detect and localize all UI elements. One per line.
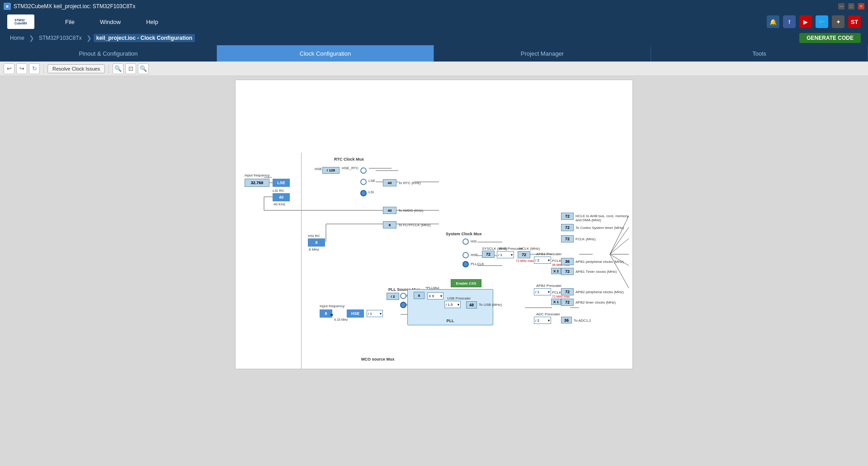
apb2-x1-box: X 1 [551,299,561,305]
usb-val-box: 48 [466,301,477,309]
cortex-out-box: 72 [561,224,574,231]
apb1-prescaler-dropdown[interactable]: / 2▾ [534,257,551,264]
pll-mul-dropdown[interactable]: X 9▾ [427,292,443,300]
st-icon[interactable]: ST [848,15,861,28]
sys-mux-label: System Clock Mux [446,232,482,236]
hclk-value-box[interactable]: 72 [518,251,530,258]
pll-input-box: 8 [414,292,425,299]
mco-source-label: MCO source Mux [361,357,395,361]
generate-code-button[interactable]: GENERATE CODE [799,33,861,43]
facebook-icon[interactable]: f [783,15,796,28]
main-content: Input frequency 32.768 LSE LSI RC 0-1000… [0,76,868,466]
rtc-mux-circle-1[interactable] [360,167,367,174]
zoom-out-button[interactable]: 🔍 [138,63,149,74]
zoom-in-button[interactable]: 🔍 [113,63,123,74]
apb2-periph-label: APB2 peripheral clocks (MHz) [576,290,624,294]
breadcrumb-device[interactable]: STM32F103C8Tx [36,34,85,42]
sys-mux-pll[interactable] [462,261,469,267]
social-icons: 🔔 f ▶ 🐦 ✦ ST [767,15,861,28]
hse-div1-dropdown[interactable]: / 1▾ [367,310,383,317]
tab-bar: Pinout & Configuration Clock Configurati… [0,45,868,62]
hse-button[interactable]: HSE [347,309,364,318]
file-menu[interactable]: File [61,17,78,27]
sysclk-value-box[interactable]: 72 [482,251,495,258]
svg-line-19 [610,238,629,254]
resolve-clock-issues-button[interactable]: Resolve Clock Issues [47,64,105,73]
mco-pllclk-circle[interactable] [387,369,394,369]
tab-pinout[interactable]: Pinout & Configuration [0,45,217,62]
input-freq2-label: Input frequency [320,304,344,308]
apb1-periph-box: 36 [561,258,574,265]
window-menu[interactable]: Window [96,17,124,27]
to-rtc-val-box: 40 [383,179,396,186]
tab-tools[interactable]: Tools [651,45,868,62]
sys-mux-hsi[interactable] [462,238,469,245]
breadcrumb-project[interactable]: keil_project.ioc - Clock Configuration [94,34,195,42]
lsi-rc-label: LSI RC [273,189,284,193]
sys-mux-hse[interactable] [462,252,469,258]
fit-button[interactable]: ⊡ [125,63,136,74]
usb-prescaler-dropdown[interactable]: / 1.5▾ [444,301,461,308]
tab-clock[interactable]: Clock Configuration [217,45,434,62]
maximize-button[interactable]: □ [848,3,854,10]
lsi-box[interactable]: 40 [273,193,290,201]
ahb-prescaler-dropdown[interactable]: / 1▾ [497,251,514,258]
hclk-max-label: 72 MHz max [516,259,533,262]
pllclk-sys-label: PLLCLK [471,262,484,266]
pll-div2-box[interactable]: / 2 [387,293,399,300]
notification-icon[interactable]: 🔔 [767,15,779,28]
help-menu[interactable]: Help [142,17,162,27]
fclk-label: FCLK (MHz) [576,237,595,241]
adc-prescaler-dropdown[interactable]: / 2▾ [534,317,551,324]
pll-src-hse[interactable] [400,302,406,308]
ahb-out-box: 72 [561,213,574,220]
apb2-timer-label: APB2 timer clocks (MHz) [576,300,616,304]
redo-button[interactable]: ↪ [16,63,27,74]
breadcrumb-home[interactable]: Home [7,34,27,42]
hclk-ahb-label: HCLK to AHB bus, core, memory and DMA (M… [576,214,630,222]
usb-prescaler-label: USB Prescaler [447,296,471,300]
lse-button[interactable]: LSE [273,179,290,187]
refresh-button[interactable]: ↻ [29,63,40,74]
apb1-timer-box: 72 [561,268,574,275]
to-rtc-label: To RTC (KHz) [398,181,421,185]
input-freq-box[interactable]: 32.768 [245,179,269,187]
tab-project[interactable]: Project Manager [434,45,651,62]
mco-div2-box[interactable]: / 2 [370,369,383,369]
breadcrumb-sep-1: ❯ [29,34,34,42]
apb2-prescaler-dropdown[interactable]: / 1▾ [534,288,551,295]
freq-range-label: 4-15 MHz [334,318,348,321]
hsi-box[interactable]: 8 [308,238,325,247]
menu-bar: STM32CubeMX File Window Help 🔔 f ▶ 🐦 ✦ S… [0,13,868,31]
rtc-mux-circle-3[interactable] [360,190,367,196]
apb1-periph-label: APB1 peripheral clocks (MHz) [576,260,624,264]
pll-src-hsi[interactable] [400,293,406,299]
title-bar: ■ STM32CubeMX keil_project.ioc: STM32F10… [0,0,868,13]
enable-css-button[interactable]: Enable CSS [451,279,481,287]
pllmul-label: *PLLMul [425,286,439,290]
lsi-khz-label: 40 KHz [274,202,285,206]
hsi-sys-label: HSI [471,239,476,243]
apb2-timer-box: 72 [561,299,574,306]
rtc-mux-circle-2[interactable] [360,179,367,185]
community-icon[interactable]: ✦ [832,15,844,28]
minimize-button[interactable]: — [838,3,844,10]
app-icon: ■ [4,3,11,10]
close-button[interactable]: ✕ [858,3,864,10]
undo-button[interactable]: ↩ [4,63,14,74]
hclk-label: HCLK (MHz) [519,247,540,251]
breadcrumb-bar: Home ❯ STM32F103C8Tx ❯ keil_project.ioc … [0,31,868,45]
apb1-prescaler-label: APB1 Prescaler [536,252,561,256]
lsi-mux-label: LSI [368,190,374,194]
flitfclk-val-box: 8 [383,221,396,228]
toolbar-separator-2 [108,64,109,73]
clock-diagram: Input frequency 32.768 LSE LSI RC 0-1000… [235,80,633,369]
to-flitfclk-label: To FLITFCLK (MHz) [398,223,431,227]
svg-line-18 [610,227,629,254]
lse-mux-label: LSE [368,179,375,183]
adc-out-box: 36 [561,317,572,323]
toolbar: ↩ ↪ ↻ Resolve Clock Issues 🔍 ⊡ 🔍 [0,62,868,76]
youtube-icon[interactable]: ▶ [799,15,812,28]
div128-box[interactable]: / 128 [322,167,340,174]
twitter-icon[interactable]: 🐦 [816,15,828,28]
